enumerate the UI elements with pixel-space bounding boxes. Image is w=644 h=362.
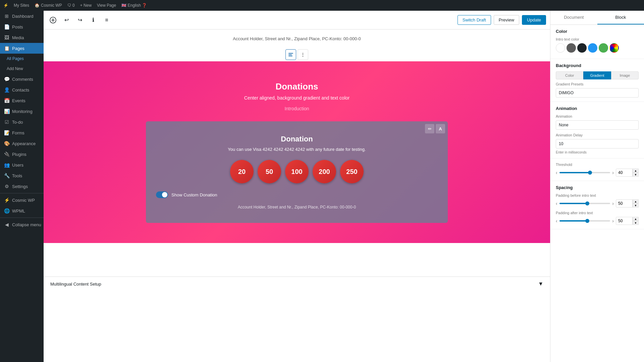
- switch-draft-button[interactable]: Switch Draft: [458, 15, 491, 25]
- preview-button[interactable]: Preview: [494, 15, 519, 25]
- media-icon: 🖼: [4, 35, 9, 40]
- view-page-link[interactable]: View Page: [97, 3, 116, 8]
- sidebar-item-settings[interactable]: ⚙ Settings: [0, 181, 44, 192]
- amount-250[interactable]: 250: [340, 160, 364, 183]
- block-toolbar-type-button[interactable]: [285, 49, 296, 60]
- list-view-button[interactable]: ≡: [101, 15, 112, 25]
- contacts-icon: 👤: [4, 87, 9, 93]
- update-button[interactable]: Update: [522, 15, 546, 25]
- padding-before-up[interactable]: ▲: [633, 199, 639, 203]
- sidebar-item-add-new[interactable]: Add New: [0, 64, 44, 74]
- custom-donation-toggle[interactable]: [156, 191, 168, 198]
- threshold-next[interactable]: ›: [612, 170, 614, 175]
- spacing-section: Spacing Padding before intro text ‹ › ▲ …: [550, 181, 644, 229]
- padding-before-prev[interactable]: ‹: [556, 201, 557, 206]
- tab-document[interactable]: Document: [550, 11, 597, 24]
- swatch-gradient[interactable]: [609, 43, 619, 53]
- sidebar-item-plugins[interactable]: 🔌 Plugins: [0, 149, 44, 160]
- redo-button[interactable]: ↪: [74, 15, 85, 25]
- comments-icon: 💬: [4, 76, 9, 82]
- donations-title: Donations: [50, 81, 543, 92]
- bg-tab-image[interactable]: Image: [611, 71, 639, 79]
- threshold-down[interactable]: ▼: [633, 173, 639, 177]
- sidebar-item-tools[interactable]: 🔧 Tools: [0, 170, 44, 181]
- animation-input[interactable]: [556, 120, 639, 130]
- block-more-options-button[interactable]: ⋮: [298, 49, 308, 60]
- multilingual-bar: Multilingual Content Setup ▼: [44, 277, 550, 291]
- gradient-preset-input[interactable]: [556, 88, 639, 98]
- account-text-top: Account Holder, Street and Nr., Zipand P…: [44, 29, 550, 48]
- threshold-prev[interactable]: ‹: [556, 170, 557, 175]
- multilingual-label: Multilingual Content Setup: [50, 282, 101, 287]
- panel-tabs: Document Block: [550, 11, 644, 25]
- sidebar-item-collapse[interactable]: ◀ Collapse menu: [0, 219, 44, 230]
- padding-after-prev[interactable]: ‹: [556, 218, 557, 224]
- undo-button[interactable]: ↩: [61, 15, 72, 25]
- sidebar-item-dashboard[interactable]: ⊞ Dashboard: [0, 11, 44, 21]
- site-link[interactable]: 🏠 Cosmic WP: [35, 3, 62, 8]
- intro-text-color-label: Intro text color: [556, 37, 639, 41]
- sidebar-item-cosmic-wp[interactable]: ⚡ Cosmic WP: [0, 195, 44, 205]
- my-sites[interactable]: My Sites: [14, 3, 29, 8]
- sidebar-item-wpml[interactable]: 🌐 WPML: [0, 205, 44, 216]
- sidebar-item-pages[interactable]: 📋 Pages: [0, 43, 44, 54]
- padding-after-down[interactable]: ▼: [633, 221, 639, 225]
- new-content-btn[interactable]: + New: [80, 3, 92, 8]
- wp-logo[interactable]: ⚡: [3, 3, 8, 8]
- custom-donation-label: Show Custom Donation: [171, 192, 217, 197]
- bg-tab-color[interactable]: Color: [556, 71, 583, 79]
- language-selector[interactable]: 🇬🇧 English ❓: [121, 3, 147, 8]
- sidebar-item-events[interactable]: 📅 Events: [0, 95, 44, 106]
- bg-tab-gradient[interactable]: Gradient: [583, 71, 611, 79]
- padding-before-track[interactable]: [559, 203, 610, 204]
- padding-after-next[interactable]: ›: [612, 218, 614, 224]
- sidebar-item-appearance[interactable]: 🎨 Appearance: [0, 138, 44, 149]
- donation-amounts: 20 50 100 200 250: [156, 160, 438, 183]
- sidebar-item-monitoring[interactable]: 📊 Monitoring: [0, 106, 44, 117]
- donation-font-button[interactable]: A: [436, 124, 445, 133]
- sidebar-item-forms[interactable]: 📝 Forms: [0, 127, 44, 138]
- padding-before-label: Padding before intro text: [556, 193, 639, 197]
- swatch-white[interactable]: [556, 43, 565, 53]
- amount-200[interactable]: 200: [313, 160, 336, 183]
- canvas-content: Account Holder, Street and Nr., Zipand P…: [44, 29, 550, 362]
- swatch-dark-gray[interactable]: [567, 43, 576, 53]
- padding-after-up[interactable]: ▲: [633, 217, 639, 221]
- padding-before-value[interactable]: [616, 199, 633, 207]
- swatch-black[interactable]: [577, 43, 587, 53]
- padding-after-value[interactable]: [616, 217, 633, 225]
- swatch-blue[interactable]: [588, 43, 597, 53]
- add-block-button[interactable]: [48, 15, 58, 25]
- sidebar-item-comments[interactable]: 💬 Comments: [0, 74, 44, 84]
- animation-delay-input[interactable]: [556, 139, 639, 148]
- right-panel: Document Block Color Intro text color Ba…: [550, 11, 644, 362]
- tab-block[interactable]: Block: [597, 11, 644, 24]
- padding-before-down[interactable]: ▼: [633, 203, 639, 207]
- color-section-title: Color: [556, 29, 639, 34]
- sidebar-item-media[interactable]: 🖼 Media: [0, 32, 44, 43]
- threshold-value[interactable]: [616, 169, 633, 177]
- sidebar-item-contacts[interactable]: 👤 Contacts: [0, 84, 44, 95]
- sidebar-item-users[interactable]: 👥 Users: [0, 160, 44, 170]
- amount-50[interactable]: 50: [258, 160, 281, 183]
- background-section: Background Color Gradient Image Gradient…: [550, 59, 644, 102]
- comments-count[interactable]: 🗨 0: [67, 3, 75, 8]
- donation-card-text: You can use Visa 4242 4242 4242 4242 wit…: [156, 147, 438, 152]
- padding-before-number: ▲ ▼: [616, 199, 639, 207]
- amount-20[interactable]: 20: [230, 160, 254, 183]
- threshold-up[interactable]: ▲: [633, 169, 639, 173]
- padding-before-next[interactable]: ›: [612, 201, 614, 206]
- donations-section: Donations Center aligned, background gra…: [44, 61, 550, 243]
- donation-edit-button[interactable]: ✏: [425, 124, 434, 133]
- amount-100[interactable]: 100: [285, 160, 309, 183]
- sidebar-item-all-pages[interactable]: All Pages: [0, 54, 44, 64]
- color-section: Color Intro text color: [550, 25, 644, 59]
- multilingual-toggle[interactable]: ▼: [538, 281, 543, 287]
- sidebar-item-todo[interactable]: ☑ To-do: [0, 117, 44, 127]
- padding-after-track[interactable]: [559, 220, 610, 222]
- sidebar-item-posts[interactable]: 📄 Posts: [0, 21, 44, 32]
- info-button[interactable]: ℹ: [88, 15, 99, 25]
- spacing-section-title: Spacing: [556, 185, 639, 190]
- swatch-green[interactable]: [599, 43, 608, 53]
- threshold-track[interactable]: [559, 172, 610, 173]
